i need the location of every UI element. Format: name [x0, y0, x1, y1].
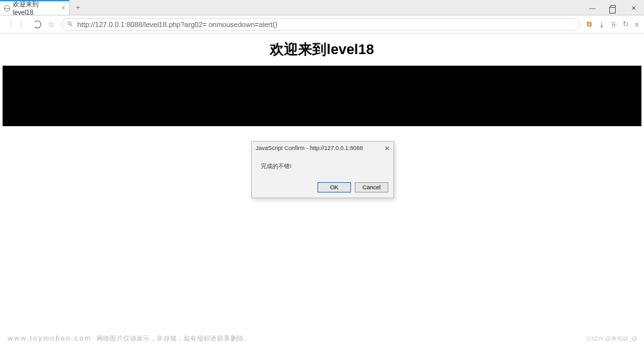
window-close-button[interactable]: ✕	[623, 0, 644, 15]
confirm-dialog: JavaScript Confirm - http://127.0.0.1:80…	[251, 141, 394, 198]
window-controls: — ✕	[582, 0, 644, 15]
footer-domain: www.toymoban.com	[8, 334, 91, 342]
download-icon[interactable]: ⭳	[598, 21, 605, 28]
dialog-message: 完成的不错!	[252, 155, 393, 180]
address-bar: 〈 〉 ☆ 🔍︎ http://127.0.0.1:8088/level18.p…	[0, 15, 644, 33]
menu-icon[interactable]: ≡	[635, 21, 639, 28]
extension-icon[interactable]: ⧉	[587, 20, 592, 28]
globe-icon	[4, 5, 10, 12]
dialog-titlebar: JavaScript Confirm - http://127.0.0.1:80…	[252, 142, 393, 155]
tab-active[interactable]: 欢迎来到level18 ×	[0, 0, 70, 15]
reload-button[interactable]	[33, 21, 41, 28]
back-button[interactable]: 〈	[5, 19, 13, 30]
footer-text: 网络图片仅供展示，非存储，如有侵权请联系删除。	[97, 335, 251, 342]
footer-credit: CSDN @奈何@_@	[587, 335, 638, 343]
tab-bar: 欢迎来到level18 × + — ✕	[0, 0, 644, 15]
tab-title: 欢迎来到level18	[13, 0, 59, 16]
search-icon: 🔍︎	[67, 21, 73, 28]
url-text: http://127.0.0.1:8088/level18.php?arg02=…	[77, 21, 278, 28]
url-input[interactable]: 🔍︎ http://127.0.0.1:8088/level18.php?arg…	[61, 18, 580, 31]
dialog-buttons: OK Cancel	[252, 180, 393, 198]
maximize-button[interactable]	[603, 0, 623, 15]
dialog-title-text: JavaScript Confirm - http://127.0.0.1:80…	[256, 145, 363, 151]
history-icon[interactable]: ↻	[623, 20, 629, 28]
restore-icon	[611, 5, 616, 10]
footer-disclaimer: www.toymoban.com 网络图片仅供展示，非存储，如有侵权请联系删除。	[8, 334, 251, 343]
toolbar-right: ⧉ ⭳ ⎘ ↻ ≡	[587, 20, 639, 28]
cancel-button[interactable]: Cancel	[355, 182, 388, 192]
screenshot-icon[interactable]: ⎘	[612, 21, 616, 28]
bookmark-star-icon[interactable]: ☆	[48, 20, 55, 29]
page-title: 欢迎来到level18	[0, 33, 644, 63]
new-tab-button[interactable]: +	[70, 0, 86, 15]
forward-button[interactable]: 〉	[19, 19, 27, 30]
tab-close-icon[interactable]: ×	[61, 5, 65, 12]
dialog-close-icon[interactable]: ✕	[384, 145, 390, 152]
embedded-object[interactable]	[3, 66, 641, 126]
minimize-button[interactable]: —	[582, 0, 603, 15]
ok-button[interactable]: OK	[317, 182, 351, 192]
